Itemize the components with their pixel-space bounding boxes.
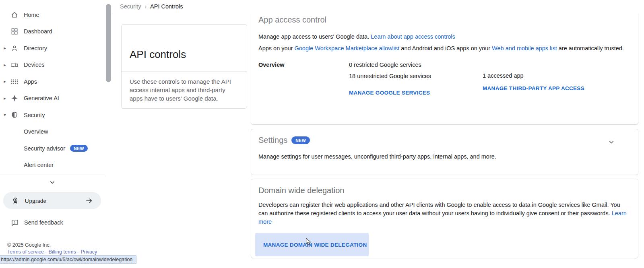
send-feedback-label: Send feedback (24, 219, 63, 226)
sidebar-item-dashboard[interactable]: Dashboard (0, 23, 112, 40)
expand-arrow-icon[interactable]: ▸ (2, 45, 7, 51)
sparkle-icon (10, 94, 19, 102)
breadcrumb-current: API Controls (150, 3, 183, 10)
manage-google-services-button[interactable]: MANAGE GOOGLE SERVICES (349, 90, 430, 96)
sidebar-item-label: Dashboard (24, 28, 52, 35)
section-title-app-access-control: App access control (258, 15, 631, 25)
sidebar-nav: Home Dashboard ▸ Directory ▸ Devices ▸ (0, 0, 112, 173)
sidebar-item-label: Home (24, 12, 39, 18)
page-title: API controls (130, 48, 186, 61)
breadcrumb-separator-icon: › (144, 3, 147, 10)
dashboard-icon (10, 27, 19, 35)
arrow-right-icon (85, 197, 93, 205)
sidebar-item-label: Generative AI (24, 95, 59, 101)
accessed-apps-count: 1 accessed app (483, 72, 584, 79)
marketplace-allowlist-link[interactable]: Google Workspace Marketplace allowlist (294, 45, 399, 52)
trusted-text-3: are automatically trusted. (557, 45, 624, 52)
footer-separator: - (77, 249, 78, 255)
shield-icon (10, 111, 19, 119)
api-controls-intro-card: API controls Use these controls to manag… (121, 24, 247, 109)
sidebar-item-generative-ai[interactable]: ▸ Generative AI (0, 90, 112, 107)
manage-domain-wide-delegation-button[interactable]: MANAGE DOMAIN WIDE DELEGATION (255, 233, 369, 256)
new-badge: NEW (291, 136, 310, 144)
feedback-icon (11, 219, 19, 227)
web-mobile-apps-list-link[interactable]: Web and mobile apps list (492, 45, 557, 52)
sidebar-item-alert-center[interactable]: Alert center (0, 157, 112, 174)
terms-of-service-link[interactable]: Terms of service (7, 249, 44, 255)
settings-description: Manage settings for user messages, uncon… (258, 153, 631, 160)
expand-arrow-icon[interactable]: ▾ (2, 112, 7, 118)
expand-arrow-icon[interactable]: ▸ (2, 62, 7, 68)
overview-label: Overview (258, 62, 349, 96)
restricted-services-count: 0 restricted Google services (349, 62, 483, 68)
expand-arrow-icon[interactable]: ▸ (2, 79, 7, 84)
sidebar-item-label: Devices (24, 62, 45, 68)
header-bar: Security › API Controls (112, 0, 644, 13)
sidebar-item-label: Apps (24, 78, 37, 85)
section-title-settings: Settings (258, 136, 287, 145)
breadcrumb-parent[interactable]: Security (120, 3, 141, 10)
upgrade-button[interactable]: Upgrade (3, 192, 101, 209)
learn-about-app-access-link[interactable]: Learn about app access controls (371, 33, 455, 40)
devices-icon (10, 61, 19, 69)
send-feedback-button[interactable]: Send feedback (0, 214, 112, 231)
sidebar-item-apps[interactable]: ▸ Apps (0, 73, 112, 90)
sidebar-item-devices[interactable]: ▸ Devices (0, 57, 112, 74)
sidebar-item-security[interactable]: ▾ Security (0, 107, 112, 124)
breadcrumb: Security › API Controls (120, 3, 183, 10)
status-bar-url: https://admin.google.com/u/5/ac/owl/doma… (0, 255, 136, 264)
sidebar-scrollbar-thumb[interactable] (106, 4, 111, 82)
unrestricted-services-count: 18 unrestricted Google services (349, 73, 483, 79)
person-icon (10, 44, 19, 52)
trusted-text-2: and Android and iOS apps on your (399, 45, 492, 52)
chevron-down-icon (48, 178, 56, 186)
sidebar-item-directory[interactable]: ▸ Directory (0, 40, 112, 57)
domain-wide-description: Developers can register their web applic… (258, 202, 620, 216)
sidebar-item-label: Security (24, 112, 45, 118)
app-access-control-card: App access control Manage app access to … (251, 13, 638, 125)
api-controls-description: Use these controls to manage the API acc… (122, 72, 247, 108)
expand-arrow-icon[interactable]: ▸ (2, 96, 7, 101)
sidebar-subitem-label: Alert center (24, 162, 54, 168)
copyright-text: © 2025 Google Inc. (7, 242, 103, 249)
manage-third-party-app-access-button[interactable]: MANAGE THIRD-PARTY APP ACCESS (483, 85, 584, 91)
domain-wide-delegation-card: Domain wide delegation Developers can re… (251, 179, 638, 258)
sidebar-item-home[interactable]: Home (0, 6, 112, 23)
medal-icon (11, 197, 19, 205)
home-icon (10, 11, 19, 19)
sidebar: Home Dashboard ▸ Directory ▸ Devices ▸ (0, 0, 112, 268)
manage-domain-wide-delegation-label: MANAGE DOMAIN WIDE DELEGATION (263, 242, 367, 248)
upgrade-label: Upgrade (25, 197, 46, 204)
app-access-intro-text: Manage app access to users' Google data. (258, 33, 371, 40)
new-badge: NEW (70, 145, 88, 152)
status-url-text: https://admin.google.com/u/5/ac/owl/doma… (1, 257, 132, 262)
sidebar-item-security-overview[interactable]: Overview (0, 124, 112, 140)
section-title-domain-wide-delegation: Domain wide delegation (258, 186, 631, 195)
settings-card: Settings NEW Manage settings for user me… (251, 129, 638, 175)
sidebar-subitem-label: Security advisor (24, 145, 65, 152)
chevron-down-icon[interactable] (607, 138, 615, 146)
apps-grid-icon (10, 78, 19, 86)
sidebar-item-security-advisor[interactable]: Security advisor NEW (0, 140, 112, 157)
trusted-text-1: Apps on your (258, 45, 294, 52)
sidebar-item-label: Directory (24, 45, 47, 52)
footer-separator: - (45, 249, 46, 255)
sidebar-collapse-button[interactable] (0, 177, 105, 188)
sidebar-subitem-label: Overview (24, 128, 48, 135)
billing-terms-link[interactable]: Billing terms (49, 249, 76, 255)
sidebar-divider (0, 175, 105, 175)
